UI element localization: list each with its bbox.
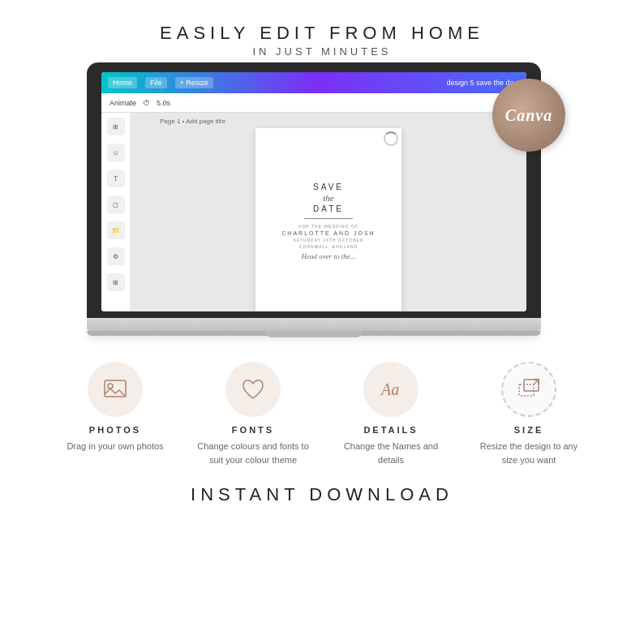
save-text: SAVE [268, 182, 389, 191]
laptop-screen-outer: Home File + Resize design 5 save the da.… [87, 62, 541, 318]
details-label: DETAILS [363, 425, 418, 435]
feature-details: Aa DETAILS Change the Names and details [334, 362, 448, 466]
divider-line [304, 218, 353, 219]
date-text: DATE [268, 204, 389, 213]
timer-label: 5.0s [157, 99, 170, 107]
main-title: EASILY EDIT FROM HOME [160, 23, 484, 44]
image-icon [102, 376, 128, 402]
canva-canvas-area: Page 1 • Add page title SAVE the DATE FO… [131, 113, 526, 311]
photos-label: PHOTOS [89, 425, 141, 435]
save-date-card: SAVE the DATE FOR THE WEDDING OF CHARLOT… [268, 182, 389, 260]
sidebar-icon-4[interactable]: ◻ [107, 195, 125, 213]
details-desc: Change the Names and details [334, 440, 448, 466]
size-label: SIZE [514, 425, 543, 435]
laptop-screen-inner: Home File + Resize design 5 save the da.… [101, 72, 526, 311]
canva-topbar: Home File + Resize design 5 save the da.… [101, 72, 526, 93]
canva-badge: Canva [492, 79, 565, 152]
canva-badge-text: Canva [505, 106, 552, 125]
sidebar-icon-7[interactable]: ⊞ [107, 273, 125, 291]
location-text: CORNWALL, ENGLAND [268, 244, 389, 249]
canva-sidebar: ⊞ ☺ T ◻ 📁 ⚙ ⊞ [101, 113, 131, 311]
sidebar-icon-3[interactable]: T [107, 170, 125, 187]
animate-btn[interactable]: Animate [109, 99, 136, 107]
photos-icon-circle [88, 362, 143, 417]
sub-title: IN JUST MINUTES [160, 45, 484, 58]
fonts-icon-circle [225, 362, 281, 417]
sidebar-icon-6[interactable]: ⚙ [107, 247, 125, 265]
svg-text:Aa: Aa [380, 380, 399, 398]
topbar-home-btn[interactable]: Home [108, 77, 137, 88]
for-wedding-text: FOR THE WEDDING OF [268, 224, 389, 229]
photos-desc: Drag in your own photos [67, 440, 163, 453]
sidebar-icon-2[interactable]: ☺ [107, 144, 125, 161]
date-info-text: SATURDAY 14TH OCTOBER [268, 238, 389, 243]
footer-title: INSTANT DOWNLOAD [191, 484, 453, 505]
feature-fonts: FONTS Change colours and fonts to suit y… [196, 362, 310, 466]
page1-label: Page 1 • Add page title [135, 118, 225, 125]
canva-toolbar: Animate ⏱ 5.0s [101, 93, 526, 113]
reload-icon [384, 131, 398, 146]
laptop-section: Canva Home File + Resize design 5 save t… [87, 62, 557, 336]
svg-rect-3 [519, 384, 534, 396]
size-desc: Resize the design to any size you want [472, 440, 586, 466]
topbar-file-btn[interactable]: File [145, 77, 167, 88]
sidebar-icon-5[interactable]: 📁 [107, 221, 125, 239]
resize-icon [516, 376, 542, 402]
fonts-label: FONTS [232, 425, 274, 435]
header: EASILY EDIT FROM HOME IN JUST MINUTES [160, 0, 484, 58]
script-text: Head over to the... [268, 252, 389, 260]
size-icon-circle [501, 362, 556, 417]
feature-photos: PHOTOS Drag in your own photos [58, 362, 172, 466]
the-text: the [268, 193, 389, 203]
details-icon-circle: Aa [363, 362, 419, 417]
fonts-desc: Change colours and fonts to suit your co… [196, 440, 310, 466]
topbar-resize-btn[interactable]: + Resize [175, 77, 213, 88]
canva-ui: Home File + Resize design 5 save the da.… [101, 72, 526, 311]
sidebar-icon-1[interactable]: ⊞ [107, 118, 125, 135]
canva-main: ⊞ ☺ T ◻ 📁 ⚙ ⊞ Page 1 • Add page title [101, 113, 526, 311]
laptop: Home File + Resize design 5 save the da.… [87, 62, 541, 336]
names-text: CHARLOTTE AND JOSH [268, 230, 389, 236]
features-section: PHOTOS Drag in your own photos FONTS Cha… [0, 362, 644, 466]
feature-size: SIZE Resize the design to any size you w… [472, 362, 586, 466]
text-aa-icon: Aa [378, 376, 404, 402]
heart-icon [240, 376, 266, 402]
canva-page: SAVE the DATE FOR THE WEDDING OF CHARLOT… [255, 128, 401, 311]
laptop-base [87, 318, 541, 331]
